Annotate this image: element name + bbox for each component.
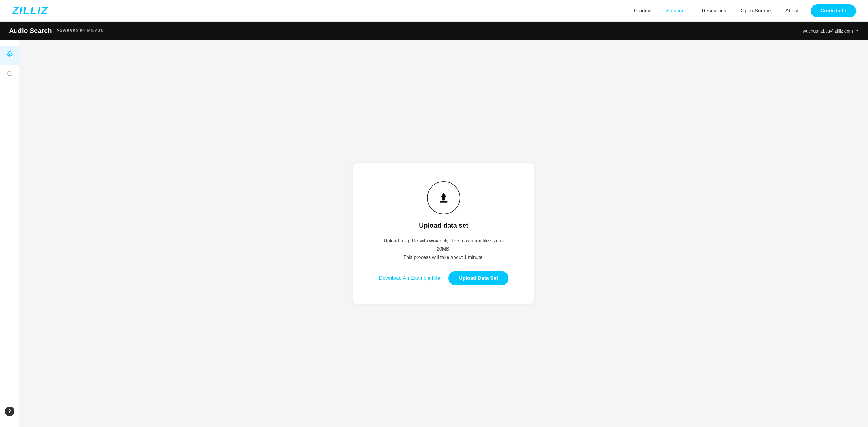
svg-point-5 <box>445 201 446 202</box>
sidebar-item-search[interactable] <box>0 65 19 84</box>
black-bar: Audio Search POWERED BY MILVUS wuchuanzi… <box>0 22 868 40</box>
contribute-button[interactable]: Contribute <box>811 4 856 18</box>
svg-line-1 <box>11 75 12 76</box>
nav-link-solutions[interactable]: Solutions <box>666 8 687 14</box>
svg-point-4 <box>441 201 442 202</box>
upload-description: Upload a zip file with wav only. The max… <box>377 237 510 261</box>
content-area: Upload data set Upload a zip file with w… <box>19 40 868 427</box>
search-icon <box>6 70 13 79</box>
user-dropdown-arrow: ▼ <box>855 29 859 33</box>
logo: ZILLIZ <box>12 4 48 17</box>
upload-icon <box>6 51 13 60</box>
sidebar-item-help[interactable]: ? <box>0 402 19 421</box>
nav-link-resources[interactable]: Resources <box>702 8 726 14</box>
upload-title: Upload data set <box>419 222 468 229</box>
page-title: Audio Search <box>9 27 52 35</box>
nav-link-opensource[interactable]: Open Source <box>741 8 771 14</box>
main-layout: ? Upload data set Upload a zip file with… <box>0 40 868 427</box>
help-icon: ? <box>5 406 14 416</box>
download-example-link[interactable]: Download An Example File <box>379 275 440 281</box>
powered-by-label: POWERED BY MILVUS <box>57 29 103 33</box>
upload-desc-suffix: only. The maximum file size is 20MB. <box>437 238 504 252</box>
nav-link-about[interactable]: About <box>785 8 799 14</box>
logo-text: ZILLIZ <box>12 4 48 17</box>
upload-circle-icon <box>427 181 460 215</box>
black-bar-left: Audio Search POWERED BY MILVUS <box>9 27 103 35</box>
upload-desc-format: wav <box>429 238 438 243</box>
svg-marker-2 <box>441 193 447 201</box>
top-nav: ZILLIZ Product Solutions Resources Open … <box>0 0 868 22</box>
nav-link-product[interactable]: Product <box>634 8 652 14</box>
svg-rect-3 <box>440 201 447 203</box>
user-menu[interactable]: wuchuanzi.yu@zilliz.com ▼ <box>803 28 859 33</box>
upload-card: Upload data set Upload a zip file with w… <box>353 163 534 303</box>
upload-dataset-button[interactable]: Upload Data Set <box>448 271 508 286</box>
upload-desc-prefix: Upload a zip file with <box>384 238 429 243</box>
user-email: wuchuanzi.yu@zilliz.com <box>803 28 853 33</box>
upload-actions: Download An Example File Upload Data Set <box>379 271 508 286</box>
upload-process-note: This process will take about 1 minute. <box>404 255 484 260</box>
sidebar: ? <box>0 40 19 427</box>
sidebar-item-upload[interactable] <box>0 46 19 65</box>
nav-links: Product Solutions Resources Open Source … <box>634 8 799 14</box>
